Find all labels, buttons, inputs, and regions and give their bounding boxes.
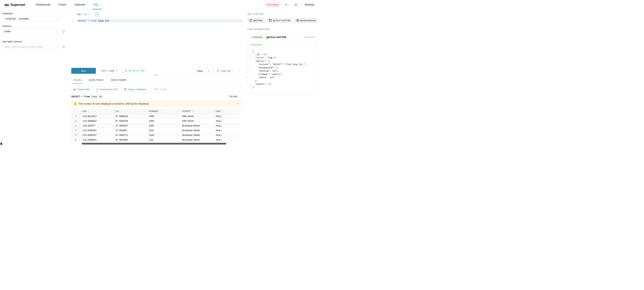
- editor-toolbar: Run LIMIT: 1 000 00:00:00.189 Save: [70, 68, 242, 74]
- chart-icon: [74, 88, 76, 90]
- column-header-unit[interactable]: UNIT: [214, 109, 240, 114]
- sqllab-left-sidebar: Database postgresql examples Schema publ…: [0, 9, 68, 145]
- clock-icon: [125, 69, 127, 72]
- tab-label: Query history: [89, 78, 103, 81]
- expand-right-panel-button[interactable]: [245, 76, 247, 79]
- add-tab-button[interactable]: +: [95, 12, 99, 16]
- tab-label: Query Insights: [111, 78, 127, 81]
- sql-code-editor[interactable]: 1 SELECT * fromlong_lat: [70, 19, 242, 66]
- chevron-down-icon: [56, 18, 58, 19]
- main-nav: Dashboards Charts Datasets SQL: [36, 0, 102, 9]
- nav-charts[interactable]: Charts: [58, 0, 66, 9]
- line-number: 1: [70, 19, 76, 22]
- command-timestamp: 9:34:48 AM: [304, 36, 315, 38]
- database-type-tag: postgresql: [4, 17, 17, 20]
- command-name: getCurrentTab: [266, 36, 286, 39]
- nav-label: Datasets: [74, 3, 85, 6]
- horizontal-scrollbar[interactable]: [71, 143, 240, 145]
- column-header-lat[interactable]: LAT: [114, 109, 147, 114]
- resize-grip[interactable]: [155, 75, 158, 76]
- more-actions-button[interactable]: ...: [236, 69, 242, 73]
- get-tabs-button[interactable]: getTabs: [247, 18, 265, 23]
- mouse-cursor: [0, 142, 4, 145]
- refresh-schemas-icon[interactable]: [62, 30, 65, 33]
- schema-value: public: [4, 30, 11, 33]
- settings-label: Settings: [304, 3, 314, 6]
- close-alert-icon[interactable]: ×: [237, 102, 238, 105]
- navbar-right: flask-debug + Settings: [265, 3, 317, 6]
- scrollbar-thumb[interactable]: [82, 143, 226, 144]
- query-tab[interactable]: ⋮ Tab 1 ×: [72, 12, 92, 17]
- chevron-down-icon: [56, 46, 58, 47]
- schema-select[interactable]: public: [2, 29, 60, 34]
- table-header: LON LAT NUMBER STREET UNIT: [71, 109, 240, 114]
- close-tab-icon[interactable]: ×: [88, 13, 90, 16]
- row-limit-alert: ! The number of rows displayed is limite…: [71, 101, 241, 107]
- rows-count-badge: 1k rows: [228, 95, 239, 98]
- copy-clipboard-button[interactable]: Copy to Clipboard: [122, 87, 148, 92]
- theme-toggle-button[interactable]: [294, 3, 300, 6]
- nav-datasets[interactable]: Datasets: [74, 0, 85, 9]
- get-databases-button[interactable]: getDatabases: [294, 18, 318, 23]
- save-options-button[interactable]: [206, 68, 212, 74]
- last-interaction-card: COMMAND getCurrentTab 9:34:48 AM RESPONS…: [247, 33, 318, 94]
- drag-handle-icon[interactable]: ⋮: [73, 13, 75, 16]
- table-row: 6 -122.4289542 37.7802883 1111 Buchanan …: [71, 137, 240, 142]
- refresh-tables-icon[interactable]: [62, 45, 65, 48]
- tab-query-insights[interactable]: Query Insights: [110, 76, 128, 83]
- save-button[interactable]: Save: [194, 68, 206, 74]
- run-button[interactable]: Run: [71, 68, 96, 74]
- column-header-number[interactable]: NUMBER: [147, 109, 180, 114]
- tab-query-history[interactable]: Query history: [88, 76, 104, 83]
- sun-icon: [294, 3, 298, 6]
- superset-logo-icon: ∞: [4, 1, 8, 8]
- sort-icon: [222, 110, 224, 112]
- nav-label: Dashboards: [36, 3, 50, 6]
- filter-results-input[interactable]: [152, 86, 242, 92]
- environment-badge: flask-debug: [265, 3, 281, 6]
- table-row: 2 -122.3908502 37.7694259 1505 04th Stre…: [71, 119, 240, 123]
- create-chart-button[interactable]: Create chart: [71, 87, 92, 92]
- nav-sql[interactable]: SQL: [93, 0, 102, 9]
- print-margin-line: [175, 19, 176, 66]
- warning-icon: !: [74, 102, 77, 105]
- chevron-down-icon: [208, 70, 210, 72]
- nav-label: SQL: [93, 3, 98, 6]
- chevron-down-icon: [100, 4, 102, 5]
- column-header-street[interactable]: STREET: [180, 109, 214, 114]
- sort-icon: [88, 110, 89, 112]
- caret-down-icon: [116, 70, 117, 71]
- table-row: 5 -122.4285247 37.7803172 1140 Buchanan …: [71, 133, 240, 137]
- settings-menu[interactable]: Settings: [304, 3, 317, 6]
- database-select[interactable]: postgresql examples: [2, 16, 60, 21]
- create-chart-label: Create chart: [77, 88, 90, 91]
- copy-link-button[interactable]: Copy link: [214, 68, 234, 74]
- executed-query-text: SELECT * fromlong_lat: [71, 95, 102, 98]
- limit-dropdown[interactable]: LIMIT: 1 000: [100, 69, 117, 72]
- column-header-lon[interactable]: LON: [80, 109, 114, 114]
- get-current-tab-button[interactable]: getCurrentTab: [267, 18, 292, 23]
- collapse-sidebar-button[interactable]: [65, 76, 67, 79]
- copy-icon: [124, 88, 126, 90]
- download-csv-button[interactable]: Download to CSV: [94, 87, 120, 92]
- sqllab-main: ⋮ Tab 1 × + 1 SELECT * fromlong_lat Run …: [70, 9, 242, 145]
- tab-title: Tab 1: [77, 13, 82, 16]
- sqllab-api-panel: SQL LAB APIS getTabs getCurrentTab getDa…: [247, 9, 322, 145]
- timer-value: 00:00:00.189: [128, 69, 144, 72]
- superset-brand[interactable]: ∞ Superset: [4, 1, 25, 8]
- database-value: examples: [19, 17, 29, 20]
- link-icon: [217, 69, 219, 72]
- tab-results[interactable]: Results: [72, 76, 82, 83]
- navbar: ∞ Superset Dashboards Charts Datasets SQ…: [0, 0, 322, 9]
- table-select-placeholder: Select table or type to search tables: [4, 45, 43, 48]
- table-row: 4 -122.4285341 37.780385 1142 Buchanan S…: [71, 128, 240, 133]
- copy-clipboard-label: Copy to Clipboard: [128, 88, 146, 91]
- executed-query-row: SELECT * fromlong_lat 1k rows: [70, 94, 242, 98]
- nav-dashboards[interactable]: Dashboards: [36, 0, 50, 9]
- new-item-button[interactable]: +: [285, 3, 290, 6]
- save-split-button: Save: [194, 68, 212, 74]
- editor-tabbar: ⋮ Tab 1 × +: [70, 12, 242, 17]
- api-button-label: getDatabases: [300, 19, 316, 22]
- alert-message: The number of rows displayed is limited …: [78, 102, 150, 105]
- table-select[interactable]: Select table or type to search tables: [2, 44, 60, 49]
